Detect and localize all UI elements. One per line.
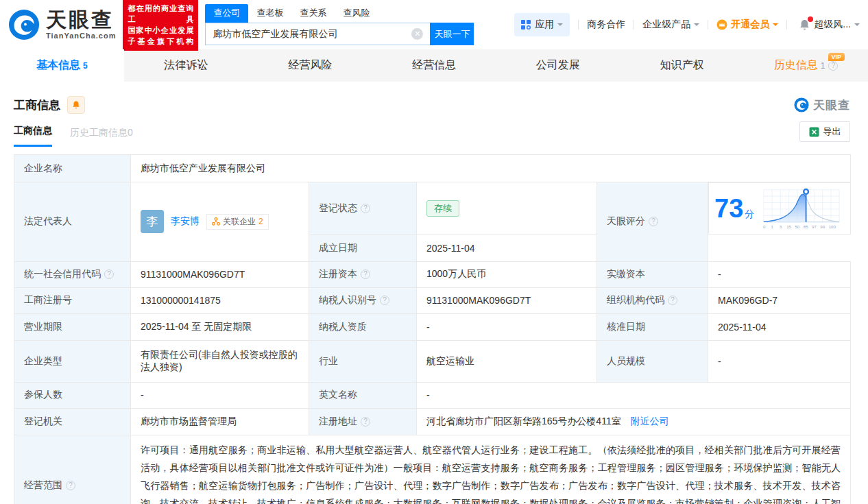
tianyancha-logo[interactable]: 天眼查 TianYanCha.com (8, 9, 116, 40)
reg-address-label: 注册地址 (309, 408, 417, 435)
search-tab-company[interactable]: 查公司 (205, 4, 248, 23)
tab-basic-info[interactable]: 基本信息 5 (0, 49, 124, 82)
nav-super-risk[interactable]: 超级风... (814, 19, 860, 31)
paid-capital-value: - (708, 261, 851, 287)
staff-size-label: 人员规模 (597, 340, 708, 382)
export-button[interactable]: 导出 (799, 121, 850, 142)
search-button[interactable]: 天眼一下 (430, 23, 474, 45)
page-tabs: 基本信息 5 法律诉讼 经营风险 经营信息 公司发展 知识产权 VIP 历史信息… (0, 49, 868, 82)
tab-label: 公司发展 (536, 58, 580, 73)
search-tab-risk[interactable]: 查风险 (335, 4, 378, 23)
score-label: 天眼评分 (597, 182, 708, 262)
tab-legal-proceedings[interactable]: 法律诉讼 (124, 49, 248, 82)
paid-capital-label: 实缴资本 (597, 261, 708, 287)
help-icon[interactable] (66, 481, 75, 490)
score-axis-labels: 0 1 3 15 50 85 97 99 100 (763, 224, 836, 229)
help-icon[interactable] (828, 61, 838, 71)
export-label: 导出 (823, 125, 841, 138)
search-tab-relation[interactable]: 查关系 (291, 4, 335, 23)
insured-count-value: - (131, 382, 309, 408)
org-network-icon (212, 217, 220, 226)
legal-rep-avatar[interactable]: 李 (141, 210, 164, 233)
business-term-value: 2025-11-04 至 无固定期限 (131, 313, 309, 340)
help-icon[interactable] (380, 296, 389, 305)
nav-business[interactable]: 商务合作 (587, 19, 625, 31)
tianyancha-logo-icon (8, 9, 40, 40)
slogan-line1: 都在用的商业查询工具 (128, 3, 193, 25)
tab-operating-risk[interactable]: 经营风险 (248, 49, 372, 82)
nav-enterprise[interactable]: 企业级产品 (642, 19, 699, 31)
excel-icon (809, 127, 819, 137)
insured-count-label: 参保人数 (14, 382, 131, 408)
subscribe-bell-button[interactable] (67, 96, 85, 114)
subtab-history-registration[interactable]: 历史工商信息0 (70, 127, 133, 147)
legal-rep-name-link[interactable]: 李安博 (171, 215, 200, 228)
nav-apps-label: 应用 (535, 19, 554, 31)
company-name-value: 廊坊市低空产业发展有限公司 (131, 155, 851, 182)
subtab-business-registration[interactable]: 工商信息 (14, 125, 52, 147)
notifications-bell[interactable] (798, 19, 811, 32)
search-area: 查公司 查老板 查关系 查风险 天眼一下 (205, 4, 474, 45)
status-badge: 存续 (426, 200, 459, 217)
tab-intellectual-property[interactable]: 知识产权 (620, 49, 744, 82)
approval-date-label: 核准日期 (597, 313, 708, 340)
section-title: 工商信息 (14, 97, 60, 113)
svg-text:85: 85 (804, 224, 808, 229)
taxpayer-quality-value: - (417, 313, 597, 340)
help-icon[interactable] (668, 296, 677, 305)
score-distribution-chart: 0 1 3 15 50 85 97 99 100 (760, 186, 843, 231)
search-tab-boss[interactable]: 查老板 (248, 4, 291, 23)
reg-number-value: 131000000141875 (131, 287, 309, 313)
legal-rep-cell: 李 李安博 关联企业 2 (131, 182, 309, 262)
reg-address-cell: 河北省廊坊市广阳区新华路165号办公楼411室 附近公司 (417, 408, 851, 435)
vip-badge: VIP (828, 53, 845, 61)
divider (634, 20, 634, 29)
company-type-label: 企业类型 (14, 340, 131, 382)
staff-size-value: - (708, 340, 851, 382)
divider (708, 20, 708, 29)
reg-address-value: 河北省廊坊市广阳区新华路165号办公楼411室 (426, 416, 621, 427)
header: 天眼查 TianYanCha.com 都在用的商业查询工具 国家中小企业发展子基… (0, 0, 868, 49)
help-icon[interactable] (361, 204, 370, 213)
reg-status-value: 存续 (417, 182, 597, 235)
reg-capital-value: 1000万人民币 (417, 261, 597, 287)
company-type-value: 有限责任公司(非自然人投资或控股的法人独资) (131, 340, 309, 382)
help-icon[interactable] (104, 269, 114, 279)
help-icon[interactable] (361, 417, 370, 427)
industry-value: 航空运输业 (417, 340, 597, 382)
reg-capital-label: 注册资本 (309, 261, 417, 287)
search-input[interactable] (205, 23, 430, 45)
nav-super-risk-label: 超级风... (814, 19, 851, 31)
logo-text: 天眼查 (46, 10, 116, 30)
svg-text:97: 97 (812, 224, 817, 229)
tab-history-info[interactable]: VIP 历史信息 1 (744, 49, 868, 82)
help-icon[interactable] (649, 217, 658, 226)
divider (786, 20, 787, 29)
related-companies-badge[interactable]: 关联企业 2 (206, 214, 269, 230)
related-companies-label: 关联企业 (223, 216, 256, 228)
nav-apps[interactable]: 应用 (514, 13, 570, 36)
svg-text:15: 15 (786, 224, 791, 229)
approval-date-value: 2025-11-04 (708, 313, 851, 340)
crown-icon (716, 19, 727, 30)
taxpayer-id-label: 纳税人识别号 (309, 287, 417, 313)
english-name-label: 英文名称 (309, 382, 417, 408)
nav-vip-label: 开通会员 (731, 19, 769, 31)
slogan-line2: 国家中小企业发展子基金旗下机构 (128, 25, 193, 47)
tab-count: 1 (821, 61, 825, 71)
tab-company-development[interactable]: 公司发展 (496, 49, 620, 82)
chevron-down-icon (773, 23, 778, 29)
nearby-companies-link[interactable]: 附近公司 (631, 416, 669, 427)
tianyancha-watermark-icon (794, 97, 809, 112)
nav-vip[interactable]: 开通会员 (716, 19, 778, 31)
apps-grid-icon (521, 20, 531, 29)
tab-business-info[interactable]: 经营信息 (372, 49, 496, 82)
chevron-down-icon (694, 23, 699, 29)
svg-text:3: 3 (780, 224, 782, 229)
main-content: 工商信息 天眼查 工商信息 历史工商信息0 导出 (0, 95, 868, 504)
reg-number-label: 工商注册号 (14, 287, 131, 313)
score-unit: 分 (745, 208, 754, 219)
score-value: 73 (714, 194, 743, 223)
svg-text:50: 50 (795, 224, 800, 229)
help-icon[interactable] (361, 269, 370, 279)
